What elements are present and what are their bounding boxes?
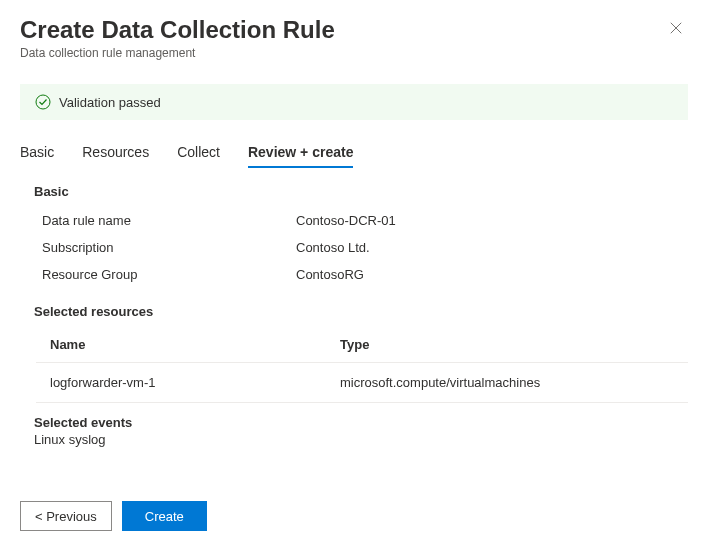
- column-header-name: Name: [50, 337, 340, 352]
- event-item: Linux syslog: [34, 432, 688, 447]
- validation-banner: Validation passed: [20, 84, 688, 120]
- resource-name: logforwarder-vm-1: [50, 375, 340, 390]
- selected-resources-title: Selected resources: [34, 304, 688, 319]
- table-row: logforwarder-vm-1 microsoft.compute/virt…: [36, 363, 688, 403]
- tab-resources[interactable]: Resources: [82, 144, 149, 168]
- value-subscription: Contoso Ltd.: [296, 240, 370, 255]
- basic-section-title: Basic: [34, 184, 688, 199]
- label-resource-group: Resource Group: [36, 267, 296, 282]
- page-title: Create Data Collection Rule: [20, 16, 688, 44]
- label-subscription: Subscription: [36, 240, 296, 255]
- tab-collect[interactable]: Collect: [177, 144, 220, 168]
- svg-point-0: [36, 95, 50, 109]
- page-subtitle: Data collection rule management: [20, 46, 688, 60]
- basic-row-data-rule-name: Data rule name Contoso-DCR-01: [36, 207, 688, 234]
- resource-type: microsoft.compute/virtualmachines: [340, 375, 688, 390]
- selected-events-title: Selected events: [34, 415, 688, 430]
- basic-row-resource-group: Resource Group ContosoRG: [36, 261, 688, 288]
- basic-row-subscription: Subscription Contoso Ltd.: [36, 234, 688, 261]
- tab-review-create[interactable]: Review + create: [248, 144, 353, 168]
- close-button[interactable]: [666, 18, 686, 38]
- label-data-rule-name: Data rule name: [36, 213, 296, 228]
- check-circle-icon: [35, 94, 51, 110]
- create-button[interactable]: Create: [122, 501, 207, 531]
- close-icon: [669, 21, 683, 35]
- previous-button[interactable]: < Previous: [20, 501, 112, 531]
- tabs: Basic Resources Collect Review + create: [20, 144, 688, 168]
- value-resource-group: ContosoRG: [296, 267, 364, 282]
- value-data-rule-name: Contoso-DCR-01: [296, 213, 396, 228]
- validation-message: Validation passed: [59, 95, 161, 110]
- resources-table-header: Name Type: [36, 327, 688, 363]
- column-header-type: Type: [340, 337, 688, 352]
- footer: < Previous Create: [20, 501, 207, 531]
- tab-basic[interactable]: Basic: [20, 144, 54, 168]
